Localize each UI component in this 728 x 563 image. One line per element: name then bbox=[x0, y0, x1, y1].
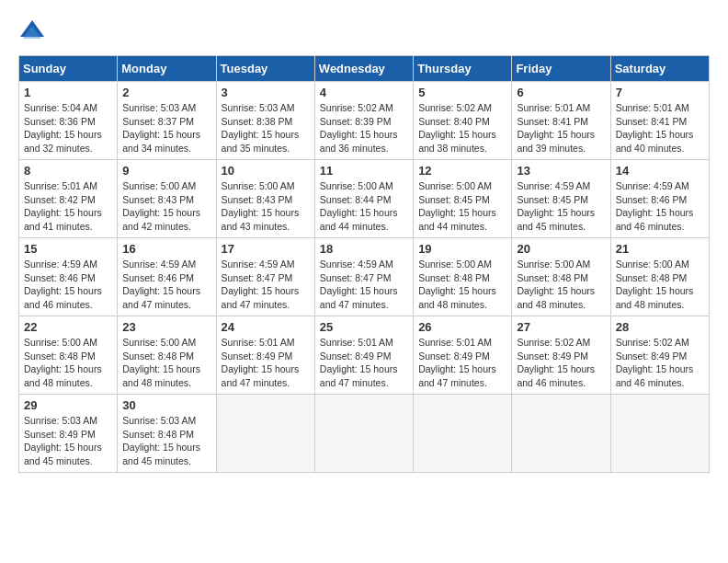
day-number: 24 bbox=[222, 320, 310, 334]
day-info: Sunrise: 5:02 AMSunset: 8:49 PMDaylight:… bbox=[616, 336, 704, 390]
calendar-cell: 1 Sunrise: 5:04 AMSunset: 8:36 PMDayligh… bbox=[19, 82, 118, 160]
day-info: Sunrise: 5:01 AMSunset: 8:41 PMDaylight:… bbox=[616, 101, 704, 155]
day-info: Sunrise: 5:01 AMSunset: 8:49 PMDaylight:… bbox=[418, 336, 506, 390]
calendar-cell bbox=[512, 395, 610, 473]
day-number: 12 bbox=[418, 164, 506, 178]
day-info: Sunrise: 5:02 AMSunset: 8:49 PMDaylight:… bbox=[517, 336, 605, 390]
day-info: Sunrise: 5:04 AMSunset: 8:36 PMDaylight:… bbox=[24, 101, 112, 155]
day-info: Sunrise: 4:59 AMSunset: 8:46 PMDaylight:… bbox=[122, 258, 210, 312]
day-info: Sunrise: 5:00 AMSunset: 8:48 PMDaylight:… bbox=[418, 258, 506, 312]
calendar-header-monday: Monday bbox=[118, 56, 216, 82]
day-number: 7 bbox=[616, 86, 704, 99]
calendar-cell: 13 Sunrise: 4:59 AMSunset: 8:45 PMDaylig… bbox=[512, 160, 610, 238]
calendar-header-saturday: Saturday bbox=[610, 56, 709, 82]
day-number: 20 bbox=[517, 242, 605, 256]
calendar-cell: 14 Sunrise: 4:59 AMSunset: 8:46 PMDaylig… bbox=[610, 160, 709, 238]
calendar-cell: 15 Sunrise: 4:59 AMSunset: 8:46 PMDaylig… bbox=[19, 238, 118, 316]
day-info: Sunrise: 4:59 AMSunset: 8:47 PMDaylight:… bbox=[320, 258, 408, 312]
day-info: Sunrise: 5:00 AMSunset: 8:45 PMDaylight:… bbox=[418, 179, 506, 234]
day-info: Sunrise: 5:03 AMSunset: 8:37 PMDaylight:… bbox=[122, 101, 210, 155]
day-info: Sunrise: 5:03 AMSunset: 8:49 PMDaylight:… bbox=[24, 414, 112, 468]
calendar-header-friday: Friday bbox=[512, 56, 610, 82]
day-number: 21 bbox=[616, 242, 704, 256]
day-info: Sunrise: 5:03 AMSunset: 8:48 PMDaylight:… bbox=[122, 414, 210, 468]
day-number: 27 bbox=[517, 320, 605, 334]
calendar-cell: 18 Sunrise: 4:59 AMSunset: 8:47 PMDaylig… bbox=[314, 238, 413, 316]
calendar-cell: 5 Sunrise: 5:02 AMSunset: 8:40 PMDayligh… bbox=[414, 82, 512, 160]
page-header bbox=[18, 18, 710, 46]
day-info: Sunrise: 5:00 AMSunset: 8:43 PMDaylight:… bbox=[222, 179, 310, 234]
calendar-header-wednesday: Wednesday bbox=[314, 56, 413, 82]
day-number: 3 bbox=[222, 86, 310, 99]
logo-icon bbox=[18, 18, 46, 46]
day-number: 8 bbox=[24, 164, 112, 178]
day-info: Sunrise: 5:02 AMSunset: 8:39 PMDaylight:… bbox=[320, 101, 408, 155]
calendar-header-thursday: Thursday bbox=[414, 56, 512, 82]
day-info: Sunrise: 5:01 AMSunset: 8:42 PMDaylight:… bbox=[24, 179, 112, 234]
calendar-cell: 4 Sunrise: 5:02 AMSunset: 8:39 PMDayligh… bbox=[314, 82, 413, 160]
calendar-cell: 28 Sunrise: 5:02 AMSunset: 8:49 PMDaylig… bbox=[610, 316, 709, 395]
day-info: Sunrise: 5:00 AMSunset: 8:43 PMDaylight:… bbox=[122, 179, 210, 234]
calendar-cell: 27 Sunrise: 5:02 AMSunset: 8:49 PMDaylig… bbox=[512, 316, 610, 395]
calendar: SundayMondayTuesdayWednesdayThursdayFrid… bbox=[18, 55, 710, 473]
calendar-cell bbox=[216, 395, 314, 473]
day-info: Sunrise: 5:00 AMSunset: 8:48 PMDaylight:… bbox=[24, 336, 112, 390]
logo bbox=[18, 18, 50, 46]
calendar-cell: 29 Sunrise: 5:03 AMSunset: 8:49 PMDaylig… bbox=[19, 395, 118, 473]
day-info: Sunrise: 5:01 AMSunset: 8:49 PMDaylight:… bbox=[320, 336, 408, 390]
week-row-2: 8 Sunrise: 5:01 AMSunset: 8:42 PMDayligh… bbox=[19, 160, 710, 238]
day-number: 5 bbox=[418, 86, 506, 99]
calendar-cell: 11 Sunrise: 5:00 AMSunset: 8:44 PMDaylig… bbox=[314, 160, 413, 238]
day-number: 28 bbox=[616, 320, 704, 334]
day-info: Sunrise: 4:59 AMSunset: 8:47 PMDaylight:… bbox=[222, 258, 310, 312]
day-number: 13 bbox=[517, 164, 605, 178]
day-number: 23 bbox=[122, 320, 210, 334]
day-info: Sunrise: 4:59 AMSunset: 8:45 PMDaylight:… bbox=[517, 179, 605, 234]
day-info: Sunrise: 5:01 AMSunset: 8:49 PMDaylight:… bbox=[222, 336, 310, 390]
day-info: Sunrise: 5:02 AMSunset: 8:40 PMDaylight:… bbox=[418, 101, 506, 155]
calendar-cell: 20 Sunrise: 5:00 AMSunset: 8:48 PMDaylig… bbox=[512, 238, 610, 316]
calendar-cell: 23 Sunrise: 5:00 AMSunset: 8:48 PMDaylig… bbox=[118, 316, 216, 395]
day-number: 18 bbox=[320, 242, 408, 256]
day-number: 6 bbox=[517, 86, 605, 99]
calendar-cell: 3 Sunrise: 5:03 AMSunset: 8:38 PMDayligh… bbox=[216, 82, 314, 160]
calendar-header-sunday: Sunday bbox=[19, 56, 118, 82]
calendar-cell: 25 Sunrise: 5:01 AMSunset: 8:49 PMDaylig… bbox=[314, 316, 413, 395]
calendar-cell: 16 Sunrise: 4:59 AMSunset: 8:46 PMDaylig… bbox=[118, 238, 216, 316]
day-info: Sunrise: 5:00 AMSunset: 8:44 PMDaylight:… bbox=[320, 179, 408, 234]
calendar-header-row: SundayMondayTuesdayWednesdayThursdayFrid… bbox=[19, 56, 710, 82]
week-row-3: 15 Sunrise: 4:59 AMSunset: 8:46 PMDaylig… bbox=[19, 238, 710, 316]
day-number: 17 bbox=[222, 242, 310, 256]
day-number: 26 bbox=[418, 320, 506, 334]
day-info: Sunrise: 5:00 AMSunset: 8:48 PMDaylight:… bbox=[122, 336, 210, 390]
day-number: 25 bbox=[320, 320, 408, 334]
calendar-cell: 2 Sunrise: 5:03 AMSunset: 8:37 PMDayligh… bbox=[118, 82, 216, 160]
day-info: Sunrise: 5:00 AMSunset: 8:48 PMDaylight:… bbox=[517, 258, 605, 312]
day-info: Sunrise: 5:01 AMSunset: 8:41 PMDaylight:… bbox=[517, 101, 605, 155]
day-number: 16 bbox=[122, 242, 210, 256]
day-info: Sunrise: 5:00 AMSunset: 8:48 PMDaylight:… bbox=[616, 258, 704, 312]
day-number: 10 bbox=[222, 164, 310, 178]
day-number: 9 bbox=[122, 164, 210, 178]
calendar-cell: 12 Sunrise: 5:00 AMSunset: 8:45 PMDaylig… bbox=[414, 160, 512, 238]
calendar-cell: 9 Sunrise: 5:00 AMSunset: 8:43 PMDayligh… bbox=[118, 160, 216, 238]
day-number: 22 bbox=[24, 320, 112, 334]
week-row-1: 1 Sunrise: 5:04 AMSunset: 8:36 PMDayligh… bbox=[19, 82, 710, 160]
day-info: Sunrise: 5:03 AMSunset: 8:38 PMDaylight:… bbox=[222, 101, 310, 155]
calendar-cell bbox=[314, 395, 413, 473]
calendar-cell: 10 Sunrise: 5:00 AMSunset: 8:43 PMDaylig… bbox=[216, 160, 314, 238]
day-number: 14 bbox=[616, 164, 704, 178]
day-number: 19 bbox=[418, 242, 506, 256]
calendar-cell: 6 Sunrise: 5:01 AMSunset: 8:41 PMDayligh… bbox=[512, 82, 610, 160]
calendar-cell bbox=[414, 395, 512, 473]
day-number: 11 bbox=[320, 164, 408, 178]
week-row-4: 22 Sunrise: 5:00 AMSunset: 8:48 PMDaylig… bbox=[19, 316, 710, 395]
calendar-cell: 19 Sunrise: 5:00 AMSunset: 8:48 PMDaylig… bbox=[414, 238, 512, 316]
day-number: 1 bbox=[24, 86, 112, 99]
day-info: Sunrise: 4:59 AMSunset: 8:46 PMDaylight:… bbox=[24, 258, 112, 312]
calendar-cell bbox=[610, 395, 709, 473]
day-number: 15 bbox=[24, 242, 112, 256]
calendar-cell: 17 Sunrise: 4:59 AMSunset: 8:47 PMDaylig… bbox=[216, 238, 314, 316]
calendar-cell: 7 Sunrise: 5:01 AMSunset: 8:41 PMDayligh… bbox=[610, 82, 709, 160]
day-number: 30 bbox=[122, 398, 210, 412]
